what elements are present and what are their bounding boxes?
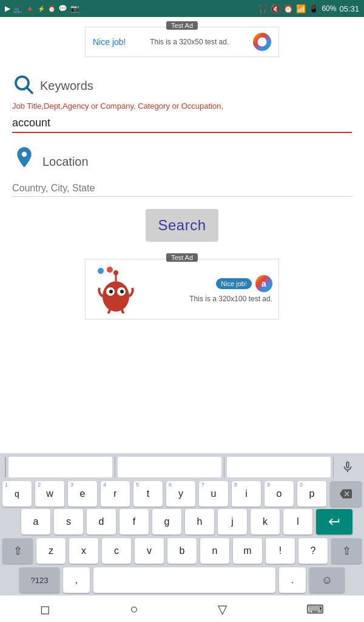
ad-text-bottom: This is a 320x100 test ad. bbox=[189, 295, 272, 303]
key-g[interactable]: g bbox=[152, 509, 181, 535]
key-exclaim[interactable]: ! bbox=[266, 538, 295, 564]
app-icon-3: 🔺 bbox=[25, 4, 35, 13]
svg-point-3 bbox=[98, 268, 104, 274]
svg-point-9 bbox=[120, 290, 124, 293]
main-content: Keywords Job Title,Dept,Agency or Compan… bbox=[0, 67, 364, 453]
alarm-status-icon: ⏰ bbox=[283, 4, 293, 13]
microphone-button[interactable] bbox=[336, 458, 359, 476]
keyboard-row-3: ⇧ z x c v b n m ! ? ⇧ bbox=[2, 538, 362, 564]
number-hints-row: 1 q 2 w 3 e 4 r 5 t 6 y 7 u 8 i bbox=[2, 481, 362, 507]
shift-key-left[interactable]: ⇧ bbox=[2, 538, 33, 564]
camera-icon: 📷 bbox=[70, 4, 79, 13]
status-icons-left: ▶ 📺 🔺 ⚡ ⏰ 💬 📷 bbox=[5, 4, 79, 13]
backspace-key[interactable] bbox=[330, 481, 362, 507]
emoji-key[interactable]: ☺ bbox=[309, 567, 345, 593]
ad-logo-top bbox=[253, 33, 271, 51]
status-icons-right: 🎧 🔇 ⏰ 📶 📱 60% 05:31 bbox=[258, 4, 359, 13]
key-o[interactable]: 9 o bbox=[265, 481, 294, 507]
key-j[interactable]: j bbox=[218, 509, 247, 535]
key-u[interactable]: 7 u bbox=[199, 481, 228, 507]
search-button-container: Search bbox=[12, 209, 352, 242]
nav-recent-button[interactable]: ▽ bbox=[218, 602, 227, 617]
status-bar: ▶ 📺 🔺 ⚡ ⏰ 💬 📷 🎧 🔇 ⏰ 📶 📱 60% 05:31 bbox=[0, 0, 364, 17]
key-p[interactable]: 0 p bbox=[297, 481, 326, 507]
key-n[interactable]: n bbox=[200, 538, 229, 564]
app-icon-1: ▶ bbox=[5, 4, 10, 13]
key-q[interactable]: 1 q bbox=[2, 481, 32, 507]
msg-icon: 💬 bbox=[58, 4, 67, 13]
key-r[interactable]: 4 r bbox=[101, 481, 130, 507]
keywords-input[interactable] bbox=[12, 114, 352, 133]
headphone-icon: 🎧 bbox=[258, 4, 268, 13]
key-x[interactable]: x bbox=[69, 538, 98, 564]
time-display: 05:31 bbox=[339, 4, 359, 13]
key-k[interactable]: k bbox=[251, 509, 280, 535]
ad-logo-bottom: a bbox=[255, 275, 272, 292]
key-b[interactable]: b bbox=[167, 538, 197, 564]
ad-text-top: This is a 320x50 test ad. bbox=[150, 38, 229, 46]
search-icon bbox=[12, 73, 34, 99]
svg-point-4 bbox=[107, 267, 113, 273]
nav-keyboard-button[interactable]: ⌨ bbox=[306, 602, 324, 617]
search-button[interactable]: Search bbox=[146, 209, 218, 242]
location-title: Location bbox=[42, 155, 89, 169]
mute-icon: 🔇 bbox=[271, 4, 280, 13]
kb-suggestion-1[interactable] bbox=[8, 457, 112, 477]
ad-monster-illustration bbox=[92, 265, 140, 313]
usb-icon: ⚡ bbox=[38, 5, 45, 12]
keywords-subtitle: Job Title,Dept,Agency or Company, Catego… bbox=[12, 101, 352, 111]
ad-label-top: Test Ad bbox=[166, 21, 198, 30]
wifi-icon: 📶 bbox=[296, 4, 306, 13]
keywords-header: Keywords bbox=[12, 73, 352, 99]
space-key[interactable] bbox=[93, 567, 275, 593]
key-l[interactable]: l bbox=[283, 509, 312, 535]
keywords-title: Keywords bbox=[40, 79, 93, 93]
key-a[interactable]: a bbox=[21, 509, 50, 535]
num-switch-key[interactable]: ?123 bbox=[19, 567, 59, 593]
location-section: Location bbox=[12, 145, 352, 197]
ad-speech-bubble: Nice job! bbox=[216, 278, 252, 289]
keyboard-bottom-row: ?123 , . ☺ bbox=[2, 567, 362, 593]
nav-back-button[interactable]: ◻ bbox=[40, 602, 50, 617]
key-h[interactable]: h bbox=[185, 509, 214, 535]
key-question[interactable]: ? bbox=[298, 538, 328, 564]
svg-point-8 bbox=[109, 290, 113, 293]
period-key[interactable]: . bbox=[279, 567, 306, 593]
key-c[interactable]: c bbox=[102, 538, 131, 564]
key-i[interactable]: 8 i bbox=[232, 481, 261, 507]
key-w[interactable]: 2 w bbox=[35, 481, 64, 507]
enter-key[interactable] bbox=[316, 509, 352, 535]
svg-line-1 bbox=[27, 88, 32, 93]
alarm-icon: ⏰ bbox=[48, 5, 55, 12]
key-f[interactable]: f bbox=[120, 509, 149, 535]
signal-icon: 📱 bbox=[309, 4, 318, 13]
key-t[interactable]: 5 t bbox=[133, 481, 163, 507]
keyboard: 1 q 2 w 3 e 4 r 5 t 6 y 7 u 8 i bbox=[0, 453, 364, 595]
battery-level: 60% bbox=[322, 4, 336, 13]
shift-key-right[interactable]: ⇧ bbox=[331, 538, 362, 564]
kb-suggestion-2[interactable] bbox=[118, 457, 221, 477]
comma-key[interactable]: , bbox=[63, 567, 90, 593]
location-input[interactable] bbox=[12, 180, 352, 197]
ad-label-bottom: Test Ad bbox=[166, 253, 198, 262]
ad-nice-job-top: Nice job! bbox=[93, 37, 126, 47]
key-e[interactable]: 3 e bbox=[68, 481, 97, 507]
ad-banner-top: Test Ad Nice job! This is a 320x50 test … bbox=[85, 27, 279, 57]
ad-bottom-content: Nice job! a This is a 320x100 test ad. bbox=[189, 275, 272, 303]
nav-home-button[interactable]: ○ bbox=[130, 601, 138, 617]
kb-suggestion-3[interactable] bbox=[227, 457, 331, 477]
svg-point-11 bbox=[113, 270, 118, 275]
ad-banner-bottom: Test Ad bbox=[85, 259, 279, 320]
key-z[interactable]: z bbox=[36, 538, 66, 564]
svg-point-2 bbox=[22, 152, 27, 157]
key-y[interactable]: 6 y bbox=[166, 481, 195, 507]
ad-logo-icon bbox=[257, 36, 268, 47]
key-m[interactable]: m bbox=[233, 538, 262, 564]
key-d[interactable]: d bbox=[87, 509, 116, 535]
nav-bar: ◻ ○ ▽ ⌨ bbox=[0, 595, 364, 622]
key-v[interactable]: v bbox=[135, 538, 164, 564]
svg-point-5 bbox=[103, 281, 129, 312]
location-header: Location bbox=[12, 145, 352, 178]
key-s[interactable]: s bbox=[54, 509, 83, 535]
app-icon-2: 📺 bbox=[13, 4, 22, 13]
